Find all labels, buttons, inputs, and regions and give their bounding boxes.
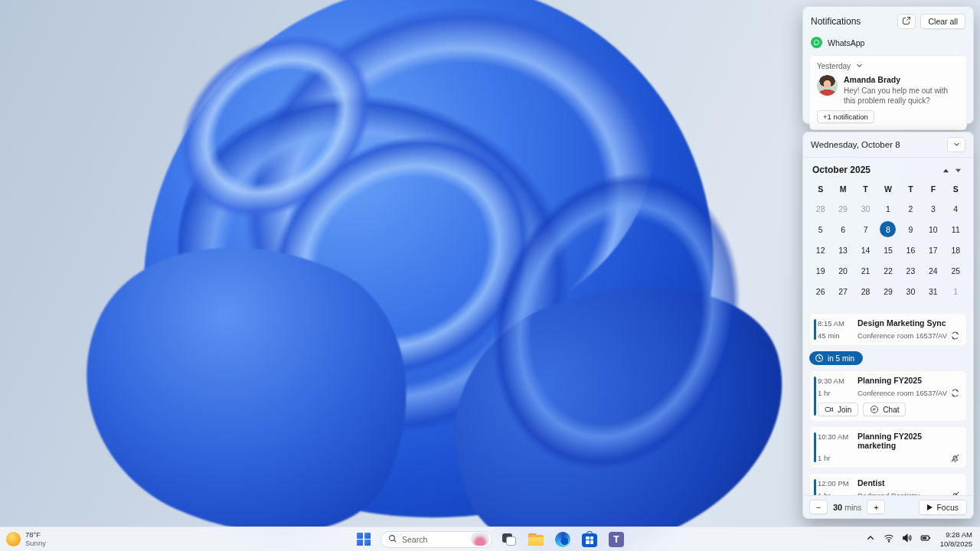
calendar-day[interactable]: 12 xyxy=(809,240,831,260)
calendar-day[interactable]: 25 xyxy=(945,260,967,281)
event-title: Planning FY2025 marketing xyxy=(858,432,960,450)
weather-temperature: 78°F xyxy=(25,531,46,540)
join-button[interactable]: Join xyxy=(818,403,858,416)
event-time: 12:00 PM xyxy=(818,479,858,487)
calendar-day[interactable]: 27 xyxy=(831,281,854,302)
volume-button[interactable] xyxy=(899,530,916,549)
chat-button[interactable]: Chat xyxy=(863,403,906,416)
calendar-day[interactable]: 16 xyxy=(900,240,922,260)
calendar-day[interactable]: 11 xyxy=(945,219,967,240)
triangle-up-icon xyxy=(942,163,949,177)
calendar-day[interactable]: 19 xyxy=(809,260,831,281)
calendar-day[interactable]: 29 xyxy=(877,281,899,302)
event-duration: 45 min xyxy=(818,331,858,340)
calendar-month-label: October 2025 xyxy=(812,165,939,175)
calendar-day[interactable]: 3 xyxy=(922,198,944,219)
event-accent-bar xyxy=(814,432,816,462)
notification-card[interactable]: Yesterday Amanda Brady Hey! Can you help… xyxy=(809,55,967,130)
countdown-label: in 5 min xyxy=(828,354,854,363)
hidden-icons-button[interactable] xyxy=(862,530,879,549)
task-view-button[interactable] xyxy=(499,530,519,549)
more-notifications-button[interactable]: +1 notification xyxy=(817,110,874,123)
calendar-day[interactable]: 7 xyxy=(854,219,877,240)
calendar-day[interactable]: 1 xyxy=(877,198,899,219)
calendar-day[interactable]: 20 xyxy=(831,260,854,281)
calendar-day[interactable]: 9 xyxy=(900,219,922,240)
calendar-day[interactable]: 4 xyxy=(945,198,967,219)
chat-icon xyxy=(870,405,879,414)
microsoft-store-button[interactable] xyxy=(580,530,599,549)
calendar-day[interactable]: 14 xyxy=(854,240,877,260)
network-button[interactable] xyxy=(880,530,897,549)
recurring-icon xyxy=(950,388,960,398)
battery-button[interactable] xyxy=(917,530,934,549)
calendar-day[interactable]: 15 xyxy=(877,240,899,260)
calendar-day[interactable]: 22 xyxy=(877,260,899,281)
calendar-day[interactable]: 23 xyxy=(900,260,922,281)
focus-minutes-value: 30 xyxy=(833,503,842,512)
teams-button[interactable]: T xyxy=(606,530,626,549)
calendar-day[interactable]: 28 xyxy=(854,281,877,302)
notification-off-icon xyxy=(950,453,960,463)
video-icon xyxy=(825,405,834,414)
day-of-week-label: T xyxy=(900,180,922,198)
calendar-day[interactable]: 30 xyxy=(900,281,922,302)
search-input[interactable]: Search xyxy=(381,531,492,548)
event-duration: 1 hr xyxy=(818,389,858,397)
chevron-down-icon[interactable] xyxy=(855,61,864,71)
calendar-day[interactable]: 5 xyxy=(809,219,831,240)
clear-all-button[interactable]: Clear all xyxy=(920,14,965,29)
calendar-day[interactable]: 13 xyxy=(831,240,854,260)
event-list: 8:15 AMDesign Marketing Sync45 minConfer… xyxy=(803,310,973,518)
event-time: 10:30 AM xyxy=(818,432,858,441)
calendar-day[interactable]: 30 xyxy=(854,198,877,219)
event-title: Planning FY2025 xyxy=(858,376,922,385)
folder-icon xyxy=(528,533,544,546)
day-of-week-label: W xyxy=(877,180,899,198)
calendar-day[interactable]: 2 xyxy=(900,198,922,219)
calendar-day[interactable]: 28 xyxy=(809,198,831,219)
event-card[interactable]: 8:15 AMDesign Marketing Sync45 minConfer… xyxy=(809,313,967,346)
calendar-day[interactable]: 21 xyxy=(854,260,877,281)
calendar-day[interactable]: 1 xyxy=(945,281,967,302)
start-button[interactable] xyxy=(354,530,374,549)
calendar-day[interactable]: 31 xyxy=(922,281,944,302)
calendar-day[interactable]: 29 xyxy=(831,198,854,219)
countdown-badge[interactable]: in 5 min xyxy=(809,351,863,365)
event-location: Conference room 16537/AV xyxy=(858,389,950,397)
tray-time: 9:28 AM xyxy=(946,530,972,539)
edge-icon xyxy=(555,532,570,547)
calendar-panel: Wednesday, October 8 October 2025 SMTWTF… xyxy=(802,132,974,519)
event-card[interactable]: 10:30 AMPlanning FY2025 marketing1 hr xyxy=(809,426,967,468)
previous-month-button[interactable] xyxy=(939,165,952,175)
event-accent-bar xyxy=(814,319,816,340)
calendar-day[interactable]: 24 xyxy=(922,260,944,281)
calendar-day-selected[interactable]: 8 xyxy=(877,219,899,240)
increase-minutes-button[interactable]: + xyxy=(867,500,885,514)
calendar-day[interactable]: 6 xyxy=(831,219,854,240)
decrease-minutes-button[interactable]: − xyxy=(809,500,828,514)
edge-browser-button[interactable] xyxy=(553,530,573,549)
focus-minutes-unit: mins xyxy=(844,503,861,512)
whatsapp-icon xyxy=(811,37,822,48)
calendar-date-header: Wednesday, October 8 xyxy=(811,140,947,149)
calendar-day[interactable]: 10 xyxy=(922,219,944,240)
clock[interactable]: 9:28 AM 10/8/2025 xyxy=(940,530,972,548)
calendar-day[interactable]: 18 xyxy=(945,240,967,260)
event-duration: 1 hr xyxy=(818,454,858,462)
day-of-week-label: M xyxy=(831,180,854,198)
next-month-button[interactable] xyxy=(952,165,964,175)
play-icon xyxy=(927,504,933,510)
calendar-day[interactable]: 17 xyxy=(922,240,944,260)
pop-out-icon xyxy=(902,15,911,28)
notifications-title: Notifications xyxy=(811,16,893,27)
notification-settings-button[interactable] xyxy=(897,14,916,29)
weather-widget[interactable]: 78°F Sunny xyxy=(6,531,46,548)
notification-app-name: WhatsApp xyxy=(828,38,864,47)
calendar-day[interactable]: 26 xyxy=(809,281,831,302)
file-explorer-button[interactable] xyxy=(526,530,546,549)
event-card[interactable]: 9:30 AMPlanning FY20251 hrConference roo… xyxy=(809,370,967,422)
focus-button[interactable]: Focus xyxy=(919,500,967,515)
collapse-calendar-button[interactable] xyxy=(947,137,965,152)
task-view-icon xyxy=(502,533,516,546)
